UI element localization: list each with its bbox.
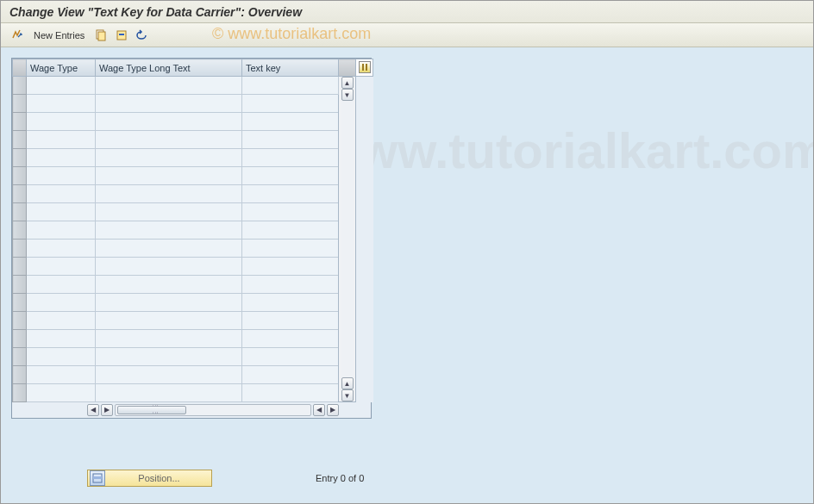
table-row[interactable] [13, 203, 373, 221]
table-row[interactable]: ▲ ▼ ▲ ▼ [13, 77, 373, 95]
table-row[interactable] [13, 384, 373, 402]
col-header-text-key[interactable]: Text key [242, 59, 339, 77]
footer: Position... Entry 0 of 0 [87, 470, 364, 487]
scroll-down-button[interactable]: ▼ [341, 389, 354, 401]
table-row[interactable] [13, 185, 373, 203]
table-row[interactable] [13, 312, 373, 330]
scroll-up-small-button[interactable]: ▲ [341, 377, 354, 389]
vertical-scrollbar[interactable]: ▲ ▼ ▲ ▼ [339, 77, 356, 402]
data-table: Wage Type Wage Type Long Text Text key ▲… [11, 58, 372, 419]
horizontal-scrollbar[interactable]: ◀ ▶ ◀ ▶ [27, 403, 339, 417]
table-row[interactable] [13, 330, 373, 348]
entry-counter: Entry 0 of 0 [316, 473, 364, 483]
toggle-icon[interactable] [9, 28, 25, 43]
position-button[interactable]: Position... [87, 470, 212, 487]
undo-icon[interactable] [135, 28, 150, 43]
svg-rect-3 [119, 34, 124, 35]
content-area: Wage Type Wage Type Long Text Text key ▲… [1, 47, 813, 429]
table-row[interactable] [13, 258, 373, 276]
header-spacer [339, 59, 356, 77]
table-row[interactable] [13, 131, 373, 149]
position-icon [90, 470, 105, 486]
toolbar: New Entries © www.tutorialkart.com [1, 23, 813, 47]
table-row[interactable] [13, 113, 373, 131]
scroll-right-button[interactable]: ▶ [327, 404, 339, 416]
scroll-left-small-button[interactable]: ◀ [313, 404, 325, 416]
col-header-wage-type-long-text[interactable]: Wage Type Long Text [96, 59, 242, 77]
title-bar: Change View "Text Key for Data Carrier":… [1, 1, 813, 23]
new-entries-button[interactable]: New Entries [30, 30, 88, 40]
table-row[interactable] [13, 167, 373, 185]
select-all-corner[interactable] [13, 59, 27, 77]
table-row[interactable] [13, 294, 373, 312]
watermark-text: © www.tutorialkart.com [212, 25, 371, 43]
table-row[interactable] [13, 348, 373, 366]
scroll-left-button[interactable]: ◀ [87, 404, 99, 416]
position-button-label: Position... [107, 473, 211, 483]
scroll-down-small-button[interactable]: ▼ [341, 89, 354, 101]
table-header-row: Wage Type Wage Type Long Text Text key [13, 59, 373, 77]
svg-rect-5 [93, 476, 102, 479]
table-row[interactable] [13, 149, 373, 167]
col-header-wage-type[interactable]: Wage Type [27, 59, 96, 77]
copy-icon[interactable] [93, 28, 109, 43]
scroll-up-button[interactable]: ▲ [341, 77, 354, 89]
scroll-right-small-button[interactable]: ▶ [101, 404, 113, 416]
page-title: Change View "Text Key for Data Carrier":… [9, 5, 302, 19]
table-row[interactable] [13, 95, 373, 113]
delete-icon[interactable] [114, 28, 129, 43]
configure-columns-button[interactable] [356, 59, 373, 77]
table-row[interactable] [13, 240, 373, 258]
table-row[interactable] [13, 276, 373, 294]
table-row[interactable] [13, 366, 373, 384]
table-row[interactable] [13, 221, 373, 240]
horizontal-scroll-row: ◀ ▶ ◀ ▶ [13, 402, 373, 418]
svg-rect-1 [98, 32, 105, 40]
